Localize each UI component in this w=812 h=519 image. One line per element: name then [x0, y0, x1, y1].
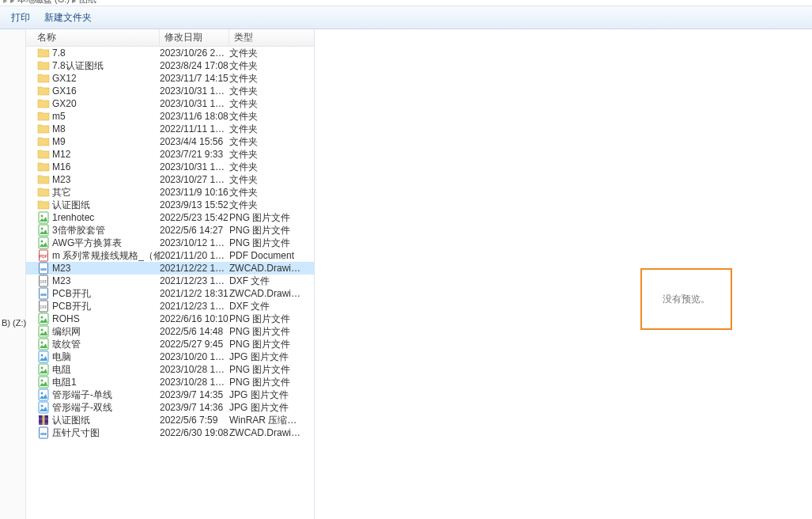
file-type: PNG 图片文件	[229, 376, 300, 389]
svg-text:DWG: DWG	[40, 294, 47, 297]
png-icon	[37, 211, 50, 224]
png-icon	[37, 325, 50, 338]
nav-tree[interactable]: B) (Z:)	[0, 29, 26, 519]
folder-icon	[37, 148, 50, 161]
svg-point-29	[41, 380, 43, 382]
file-row[interactable]: M122023/7/21 9:33文件夹	[26, 148, 314, 161]
file-name: 电阻	[52, 363, 71, 377]
file-row[interactable]: 1renhotec2022/5/23 15:42PNG 图片文件	[26, 211, 314, 224]
file-row[interactable]: 管形端子-双线2023/9/7 14:36JPG 图片文件	[26, 401, 314, 414]
file-name: ROHS	[52, 313, 80, 324]
file-name: 7.8认证图纸	[52, 59, 104, 73]
file-row[interactable]: 玻纹管2022/5/27 9:45PNG 图片文件	[26, 338, 314, 350]
file-date: 2023/11/9 10:16	[160, 187, 229, 198]
file-type: ZWCAD.Drawing	[229, 288, 300, 299]
column-name[interactable]: 名称	[26, 29, 160, 46]
folder-icon	[37, 59, 50, 72]
file-type: 文件夹	[229, 148, 300, 161]
file-row[interactable]: GX202023/10/31 18:55文件夹	[26, 97, 314, 110]
file-type: WinRAR 压缩文...	[229, 414, 300, 427]
file-row[interactable]: 认证图纸2023/9/13 15:52文件夹	[26, 199, 314, 211]
print-button[interactable]: 打印	[11, 11, 30, 25]
file-row[interactable]: GX162023/10/31 18:55文件夹	[26, 85, 314, 97]
column-type[interactable]: 类型	[229, 29, 300, 46]
file-row[interactable]: DXFM232021/12/23 17:45DXF 文件	[26, 275, 314, 287]
breadcrumb-item[interactable]: 本地磁盘 (G:)	[17, 0, 70, 6]
file-name: m 系列常规接线规格_（修订版）	[52, 249, 160, 263]
file-row[interactable]: M162023/10/31 16:08文件夹	[26, 161, 314, 173]
toolbar: 打印 新建文件夹	[0, 6, 812, 29]
pdf-icon: PDF	[37, 249, 50, 262]
folder-icon	[37, 186, 50, 199]
file-date: 2022/5/6 14:27	[160, 225, 229, 236]
file-type: 文件夹	[229, 72, 300, 85]
file-row[interactable]: 管形端子-单线2023/9/7 14:35JPG 图片文件	[26, 388, 314, 401]
svg-point-5	[41, 241, 43, 243]
png-icon	[37, 338, 50, 350]
file-type: JPG 图片文件	[229, 350, 300, 364]
file-type: PNG 图片文件	[229, 224, 300, 237]
file-row[interactable]: AWG平方换算表2023/10/12 15:11PNG 图片文件	[26, 237, 314, 249]
file-row[interactable]: ROHS2022/6/16 10:10PNG 图片文件	[26, 313, 314, 325]
file-list[interactable]: 7.82023/10/26 20:22文件夹7.8认证图纸2023/8/24 1…	[26, 47, 314, 519]
svg-point-25	[41, 354, 43, 357]
file-row[interactable]: 其它2023/11/9 10:16文件夹	[26, 186, 314, 199]
file-date: 2022/5/6 14:48	[160, 326, 229, 337]
svg-point-27	[41, 367, 43, 369]
file-row[interactable]: M232023/10/27 18:44文件夹	[26, 173, 314, 186]
file-type: 文件夹	[229, 47, 300, 60]
svg-point-19	[41, 316, 43, 319]
file-row[interactable]: M92023/4/4 15:56文件夹	[26, 135, 314, 148]
file-date: 2021/12/23 17:45	[160, 301, 229, 312]
file-name: M23	[52, 263, 70, 274]
file-row[interactable]: 电脑2023/10/20 16:53JPG 图片文件	[26, 350, 314, 363]
file-date: 2022/6/30 19:08	[160, 427, 229, 438]
png-icon	[37, 237, 50, 249]
file-row[interactable]: DWG压针尺寸图2022/6/30 19:08ZWCAD.Drawing	[26, 426, 314, 439]
file-type: PNG 图片文件	[229, 363, 300, 377]
file-row[interactable]: 电阻2023/10/28 14:47PNG 图片文件	[26, 363, 314, 376]
breadcrumb-item[interactable]: 图纸	[79, 0, 96, 6]
file-row[interactable]: DWGPCB开孔2021/12/2 18:31ZWCAD.Drawing	[26, 287, 314, 300]
file-type: 文件夹	[229, 135, 300, 149]
column-date[interactable]: 修改日期	[160, 29, 229, 46]
file-row[interactable]: m52023/11/6 18:08文件夹	[26, 110, 314, 123]
file-row[interactable]: PDFm 系列常规接线规格_（修订版）2021/11/20 15:49PDF D…	[26, 249, 314, 262]
file-date: 2023/11/6 18:08	[160, 111, 229, 122]
file-date: 2023/10/31 18:55	[160, 98, 229, 109]
folder-icon	[37, 47, 50, 59]
file-name: m5	[52, 111, 66, 122]
folder-icon	[37, 123, 50, 135]
file-name: 7.8	[52, 47, 66, 59]
file-list-panel: 名称 修改日期 类型 7.82023/10/26 20:22文件夹7.8认证图纸…	[26, 29, 315, 519]
file-type: PNG 图片文件	[229, 325, 300, 339]
jpg-icon	[37, 388, 50, 401]
file-row[interactable]: 认证图纸2022/5/6 7:59WinRAR 压缩文...	[26, 414, 314, 426]
file-type: 文件夹	[229, 110, 300, 123]
png-icon	[37, 363, 50, 376]
breadcrumb[interactable]: ▸ ▸ 本地磁盘 (G:) ▸ 图纸	[0, 0, 812, 6]
file-row[interactable]: DXFPCB开孔2021/12/23 17:45DXF 文件	[26, 300, 314, 313]
file-row[interactable]: 3倍带胶套管2022/5/6 14:27PNG 图片文件	[26, 224, 314, 237]
file-row[interactable]: 电阻12023/10/28 14:48PNG 图片文件	[26, 376, 314, 388]
png-icon	[37, 376, 50, 388]
file-name: 电脑	[52, 350, 71, 364]
file-name: 玻纹管	[52, 338, 81, 351]
file-row[interactable]: 7.82023/10/26 20:22文件夹	[26, 47, 314, 59]
new-folder-button[interactable]: 新建文件夹	[44, 11, 92, 25]
file-name: 1renhotec	[52, 212, 94, 223]
file-row[interactable]: GX122023/11/7 14:15文件夹	[26, 72, 314, 85]
folder-icon	[37, 110, 50, 123]
file-date: 2023/10/12 15:11	[160, 237, 229, 248]
file-row[interactable]: 编织网2022/5/6 14:48PNG 图片文件	[26, 325, 314, 338]
file-type: ZWCAD.Drawing	[229, 427, 300, 438]
nav-drive-z[interactable]: B) (Z:)	[0, 314, 26, 331]
svg-point-23	[41, 342, 43, 344]
svg-text:DWG: DWG	[40, 268, 47, 271]
file-row[interactable]: DWGM232021/12/22 18:07ZWCAD.Drawing	[26, 262, 314, 275]
file-row[interactable]: M82022/11/11 13:56文件夹	[26, 123, 314, 135]
file-date: 2023/10/31 18:55	[160, 85, 229, 97]
file-date: 2023/10/31 16:08	[160, 161, 229, 172]
file-row[interactable]: 7.8认证图纸2023/8/24 17:08文件夹	[26, 59, 314, 72]
file-date: 2021/12/23 17:45	[160, 275, 229, 286]
